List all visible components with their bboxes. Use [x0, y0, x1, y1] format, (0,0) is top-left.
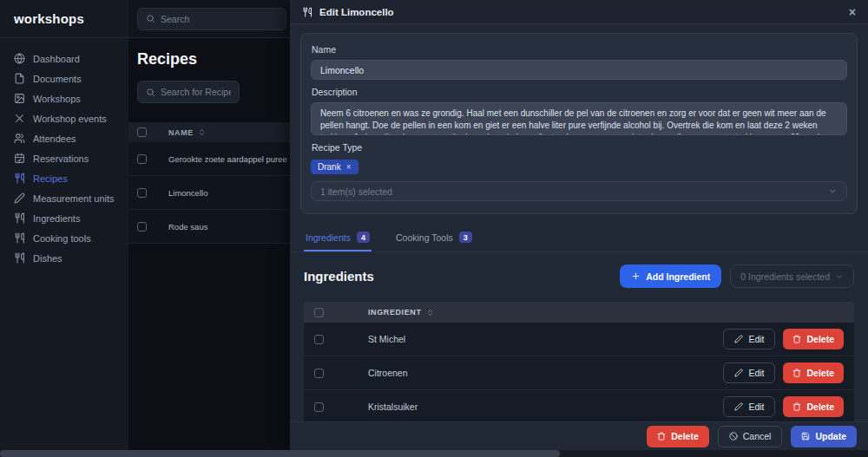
sidebar-nav: Dashboard Documents Workshops Workshop e…	[0, 38, 128, 268]
ingredient-row: St Michel Edit Delete	[304, 323, 854, 356]
cancel-button[interactable]: Cancel	[718, 426, 783, 447]
calendar-check-icon	[14, 153, 25, 164]
description-label: Description	[312, 87, 847, 97]
horizontal-scrollbar[interactable]	[0, 450, 868, 457]
recipe-type-select[interactable]: 1 item(s) selected	[311, 181, 847, 201]
sidebar-item-workshop-events[interactable]: Workshop events	[0, 108, 128, 128]
row-checkbox[interactable]	[137, 154, 147, 164]
globe-icon	[14, 53, 25, 64]
slash-circle-icon	[729, 432, 738, 441]
remove-tag-icon[interactable]: ×	[346, 162, 352, 172]
delete-button[interactable]: Delete	[783, 362, 844, 383]
trash-icon	[792, 369, 801, 377]
ingredients-table-header: INGREDIENT	[304, 302, 854, 323]
update-button[interactable]: Update	[791, 426, 857, 447]
chevron-down-icon	[835, 272, 844, 281]
row-checkbox[interactable]	[137, 188, 147, 198]
name-field[interactable]	[311, 60, 847, 80]
sidebar-item-workshops[interactable]: Workshops	[0, 88, 128, 108]
recipe-form-card: Name Description Neem 6 citroenen en was…	[300, 33, 858, 214]
ingredients-count-badge: 4	[357, 232, 370, 243]
cutlery-icon	[14, 252, 25, 264]
sidebar-item-dishes[interactable]: Dishes	[0, 248, 128, 268]
row-checkbox[interactable]	[314, 335, 324, 344]
row-checkbox[interactable]	[314, 369, 324, 378]
cutlery-icon	[14, 232, 25, 244]
modal-title: Edit Limoncello	[319, 7, 394, 17]
global-search[interactable]	[137, 8, 286, 30]
modal-tabs: Ingredients 4 Cooking Tools 3	[290, 226, 868, 252]
tools-icon	[14, 113, 25, 124]
delete-button[interactable]: Delete	[783, 329, 844, 349]
ingredients-selected-dropdown[interactable]: 0 Ingredients selected	[730, 264, 854, 288]
trash-icon	[657, 432, 666, 441]
save-icon	[801, 432, 810, 441]
cutlery-icon	[302, 7, 312, 17]
pencil-icon	[734, 335, 743, 343]
select-all-checkbox[interactable]	[314, 308, 324, 317]
cooking-tools-count-badge: 3	[459, 232, 472, 243]
sidebar-item-measurement-units[interactable]: Measurement units	[0, 188, 128, 208]
sidebar-item-reservations[interactable]: Reservations	[0, 148, 128, 168]
scrollbar-thumb[interactable]	[0, 450, 560, 457]
sidebar-item-label: Reservations	[33, 153, 89, 164]
modal-footer: Delete Cancel Update	[290, 421, 868, 450]
sidebar-item-cooking-tools[interactable]: Cooking tools	[0, 228, 128, 248]
name-label: Name	[312, 44, 847, 55]
pencil-icon	[734, 402, 743, 411]
recipe-name: Limoncello	[168, 188, 207, 198]
column-header-ingredient[interactable]: INGREDIENT	[368, 308, 434, 317]
column-header-name[interactable]: NAME	[168, 128, 206, 137]
sort-icon[interactable]	[198, 128, 206, 136]
recipe-name: Gerookte zoete aardappel puree	[168, 154, 287, 164]
file-icon	[14, 73, 25, 84]
tab-ingredients[interactable]: Ingredients 4	[304, 226, 372, 251]
row-checkbox[interactable]	[137, 222, 147, 232]
sidebar-item-label: Ingredients	[33, 213, 80, 224]
sidebar-item-label: Workshop events	[33, 114, 107, 124]
sidebar-item-label: Dishes	[33, 253, 62, 264]
close-icon[interactable]: ×	[849, 6, 856, 18]
sidebar-item-label: Workshops	[33, 94, 81, 104]
delete-button[interactable]: Delete	[783, 396, 844, 417]
sidebar-item-dashboard[interactable]: Dashboard	[0, 49, 128, 69]
sidebar-item-ingredients[interactable]: Ingredients	[0, 208, 128, 228]
pencil-icon	[14, 193, 25, 204]
description-field[interactable]: Neem 6 citroenen en was ze grondig. Haal…	[311, 102, 847, 135]
ingredient-row: Kristalsuiker Edit Delete	[304, 390, 854, 421]
sidebar-item-label: Dashboard	[33, 54, 80, 64]
row-checkbox[interactable]	[314, 402, 324, 412]
tab-cooking-tools[interactable]: Cooking Tools 3	[394, 226, 474, 251]
search-icon	[146, 14, 155, 23]
edit-button[interactable]: Edit	[723, 362, 775, 383]
sidebar-item-recipes[interactable]: Recipes	[0, 168, 128, 188]
delete-recipe-button[interactable]: Delete	[647, 426, 709, 447]
recipes-search-input[interactable]	[161, 87, 231, 97]
global-search-input[interactable]	[161, 14, 278, 24]
ingredients-section-header: Ingredients Add Ingredient 0 Ingredients…	[290, 252, 868, 288]
ingredients-title: Ingredients	[304, 269, 374, 284]
chevron-down-icon	[828, 186, 838, 196]
sidebar-item-attendees[interactable]: Attendees	[0, 128, 128, 148]
edit-button[interactable]: Edit	[723, 329, 775, 349]
ingredients-table: INGREDIENT St Michel Edit Delete	[304, 302, 854, 421]
edit-button[interactable]: Edit	[723, 396, 775, 417]
select-all-checkbox[interactable]	[137, 127, 147, 137]
sidebar-item-label: Cooking tools	[33, 233, 91, 244]
trash-icon	[792, 335, 801, 343]
recipes-search[interactable]	[137, 81, 240, 103]
modal-header: Edit Limoncello ×	[290, 0, 868, 24]
sidebar-item-label: Attendees	[33, 134, 76, 144]
cutlery-icon	[14, 212, 25, 224]
sidebar: workshops Dashboard Documents Workshops …	[0, 0, 128, 450]
ingredient-name: Citroenen	[368, 368, 408, 378]
sidebar-item-label: Measurement units	[33, 193, 115, 204]
recipe-type-label: Recipe Type	[312, 142, 847, 153]
sidebar-item-label: Documents	[33, 74, 82, 84]
recipe-name: Rode saus	[168, 222, 207, 232]
sidebar-item-documents[interactable]: Documents	[0, 69, 128, 88]
ingredient-name: St Michel	[368, 334, 405, 344]
add-ingredient-button[interactable]: Add Ingredient	[620, 264, 721, 288]
search-icon	[146, 88, 155, 97]
sort-icon[interactable]	[426, 309, 434, 317]
